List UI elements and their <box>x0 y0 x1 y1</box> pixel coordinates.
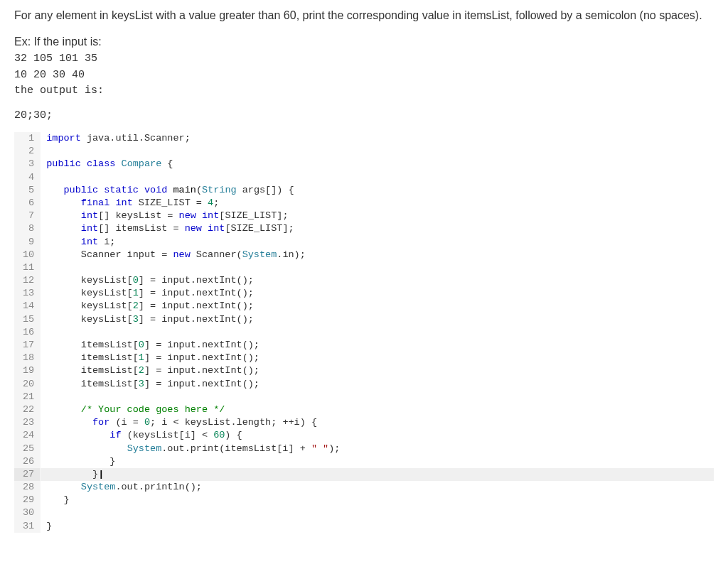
line-number: 4 <box>23 171 34 184</box>
code-line[interactable] <box>46 171 714 184</box>
example-input-line-2: 10 20 30 40 <box>14 67 714 84</box>
code-line[interactable]: if (keysList[i] < 60) { <box>46 429 714 442</box>
line-number: 2 <box>23 145 34 158</box>
line-number: 24 <box>23 429 34 442</box>
line-number-gutter: 1234567891011121314151617181920212223242… <box>14 132 41 533</box>
code-line[interactable] <box>46 506 714 519</box>
example-input-line-1: 32 105 101 35 <box>14 51 714 67</box>
text-cursor <box>98 469 104 479</box>
line-number: 12 <box>23 274 34 287</box>
code-line[interactable]: itemsList[3] = input.nextInt(); <box>46 378 714 391</box>
code-line[interactable]: final int SIZE_LIST = 4; <box>46 197 714 210</box>
code-line[interactable]: System.out.print(itemsList[i] + " "); <box>46 443 714 455</box>
code-line[interactable]: keysList[2] = input.nextInt(); <box>46 300 714 313</box>
code-line[interactable]: itemsList[1] = input.nextInt(); <box>46 352 714 364</box>
line-number: 27 <box>14 468 40 481</box>
code-line[interactable] <box>46 145 714 158</box>
line-number: 13 <box>23 287 34 300</box>
line-number: 8 <box>23 222 34 235</box>
line-number: 20 <box>23 378 34 391</box>
line-number: 3 <box>23 158 34 170</box>
line-number: 21 <box>23 391 34 403</box>
line-number: 30 <box>23 506 34 519</box>
code-line[interactable]: public class Compare { <box>46 158 714 170</box>
code-line[interactable]: } <box>46 455 714 468</box>
line-number: 6 <box>23 197 34 210</box>
code-line[interactable]: keysList[3] = input.nextInt(); <box>46 313 714 326</box>
code-editor[interactable]: 1234567891011121314151617181920212223242… <box>14 132 714 533</box>
code-line[interactable]: } <box>46 494 714 506</box>
line-number: 9 <box>23 236 34 249</box>
code-line[interactable]: public static void main(String args[]) { <box>46 184 714 197</box>
code-line[interactable]: /* Your code goes here */ <box>46 403 714 416</box>
example-intro: Ex: If the input is: <box>14 36 714 48</box>
code-line[interactable]: itemsList[0] = input.nextInt(); <box>46 339 714 352</box>
line-number: 28 <box>23 481 34 494</box>
line-number: 17 <box>23 339 34 352</box>
line-number: 7 <box>23 210 34 222</box>
line-number: 1 <box>23 132 34 145</box>
problem-instructions: For any element in keysList with a value… <box>14 7 714 24</box>
code-content[interactable]: import java.util.Scanner;public class Co… <box>41 132 714 533</box>
line-number: 29 <box>23 494 34 506</box>
line-number: 26 <box>23 455 34 468</box>
code-line[interactable]: int[] itemsList = new int[SIZE_LIST]; <box>46 222 714 235</box>
line-number: 14 <box>23 300 34 313</box>
line-number: 18 <box>23 352 34 364</box>
code-line[interactable]: System.out.println(); <box>46 481 714 494</box>
line-number: 11 <box>23 261 34 274</box>
code-line[interactable]: int i; <box>46 236 714 249</box>
code-line[interactable]: int[] keysList = new int[SIZE_LIST]; <box>46 210 714 222</box>
line-number: 25 <box>23 443 34 455</box>
line-number: 10 <box>23 249 34 261</box>
line-number: 23 <box>23 416 34 429</box>
code-line[interactable]: Scanner input = new Scanner(System.in); <box>46 249 714 261</box>
code-line[interactable] <box>46 391 714 403</box>
example-output-intro: the output is: <box>14 83 714 99</box>
code-line[interactable] <box>46 326 714 339</box>
line-number: 5 <box>23 184 34 197</box>
code-line[interactable]: } <box>46 520 714 533</box>
code-line[interactable]: } <box>41 468 714 481</box>
code-line[interactable]: keysList[0] = input.nextInt(); <box>46 274 714 287</box>
line-number: 22 <box>23 403 34 416</box>
line-number: 31 <box>23 520 34 533</box>
line-number: 19 <box>23 364 34 377</box>
code-line[interactable]: for (i = 0; i < keysList.length; ++i) { <box>46 416 714 429</box>
code-line[interactable]: itemsList[2] = input.nextInt(); <box>46 364 714 377</box>
code-line[interactable]: keysList[1] = input.nextInt(); <box>46 287 714 300</box>
code-line[interactable]: import java.util.Scanner; <box>46 132 714 145</box>
code-line[interactable] <box>46 261 714 274</box>
line-number: 15 <box>23 313 34 326</box>
example-output: 20;30; <box>14 108 714 124</box>
line-number: 16 <box>23 326 34 339</box>
